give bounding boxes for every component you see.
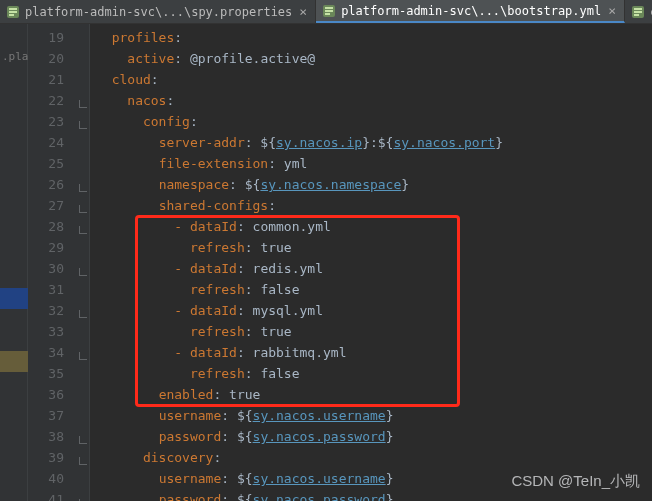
fold-marker[interactable]: [79, 268, 87, 276]
code-line[interactable]: refresh: false: [90, 279, 652, 300]
code-line[interactable]: password: ${sy.nacos.password}: [90, 489, 652, 501]
fold-marker[interactable]: [79, 352, 87, 360]
code-line[interactable]: enabled: true: [90, 384, 652, 405]
line-number: 26: [28, 174, 64, 195]
left-gutter: .platf: [0, 24, 28, 501]
code-line[interactable]: shared-configs:: [90, 195, 652, 216]
svg-rect-11: [634, 14, 639, 16]
close-icon[interactable]: ×: [606, 3, 618, 18]
line-number: 25: [28, 153, 64, 174]
code-line[interactable]: refresh: true: [90, 321, 652, 342]
line-number: 21: [28, 69, 64, 90]
svg-rect-2: [9, 11, 17, 13]
fold-marker[interactable]: [79, 100, 87, 108]
svg-rect-9: [634, 8, 642, 10]
code-line[interactable]: active: @profile.active@: [90, 48, 652, 69]
line-number: 33: [28, 321, 64, 342]
svg-rect-7: [325, 13, 330, 15]
line-number: 31: [28, 279, 64, 300]
line-number: 29: [28, 237, 64, 258]
fold-marker[interactable]: [79, 226, 87, 234]
svg-rect-3: [9, 14, 14, 16]
fold-marker[interactable]: [79, 436, 87, 444]
code-line[interactable]: refresh: false: [90, 363, 652, 384]
line-number: 28: [28, 216, 64, 237]
fold-marker[interactable]: [79, 205, 87, 213]
line-number: 35: [28, 363, 64, 384]
fold-column[interactable]: [76, 24, 90, 501]
line-number: 19: [28, 27, 64, 48]
code-line[interactable]: - dataId: rabbitmq.yml: [90, 342, 652, 363]
line-number: 32: [28, 300, 64, 321]
code-line[interactable]: profiles:: [90, 27, 652, 48]
code-line[interactable]: cloud:: [90, 69, 652, 90]
fold-marker[interactable]: [79, 457, 87, 465]
code-line[interactable]: namespace: ${sy.nacos.namespace}: [90, 174, 652, 195]
code-line[interactable]: - dataId: redis.yml: [90, 258, 652, 279]
code-line[interactable]: server-addr: ${sy.nacos.ip}:${sy.nacos.p…: [90, 132, 652, 153]
editor-tabs: platform-admin-svc\...\spy.properties×pl…: [0, 0, 652, 24]
close-icon[interactable]: ×: [297, 4, 309, 19]
svg-rect-1: [9, 8, 17, 10]
code-line[interactable]: - dataId: common.yml: [90, 216, 652, 237]
code-line[interactable]: discovery:: [90, 447, 652, 468]
svg-rect-6: [325, 10, 333, 12]
code-line[interactable]: config:: [90, 111, 652, 132]
code-line[interactable]: nacos:: [90, 90, 652, 111]
file-icon: [322, 4, 336, 18]
code-line[interactable]: file-extension: yml: [90, 153, 652, 174]
code-line[interactable]: password: ${sy.nacos.password}: [90, 426, 652, 447]
code-line[interactable]: refresh: true: [90, 237, 652, 258]
tab-label: platform-admin-svc\...\bootstrap.yml: [341, 4, 601, 18]
fold-marker[interactable]: [79, 121, 87, 129]
line-number: 23: [28, 111, 64, 132]
line-number: 37: [28, 405, 64, 426]
line-number: 20: [28, 48, 64, 69]
line-number: 27: [28, 195, 64, 216]
code-line[interactable]: - dataId: mysql.yml: [90, 300, 652, 321]
fold-marker[interactable]: [79, 184, 87, 192]
line-number: 22: [28, 90, 64, 111]
line-number: 34: [28, 342, 64, 363]
line-number: 40: [28, 468, 64, 489]
fold-marker[interactable]: [79, 310, 87, 318]
tab-0[interactable]: platform-admin-svc\...\spy.properties×: [0, 0, 316, 23]
line-numbers: 1920212223242526272829303132333435363738…: [28, 24, 76, 501]
line-highlight: [0, 288, 28, 309]
line-number: 36: [28, 384, 64, 405]
file-icon: [6, 5, 20, 19]
line-number: 38: [28, 426, 64, 447]
file-icon: [631, 5, 645, 19]
line-number: 41: [28, 489, 64, 501]
tab-1[interactable]: platform-admin-svc\...\bootstrap.yml×: [316, 0, 625, 23]
tab-2[interactable]: config-qas: [625, 0, 652, 23]
svg-rect-10: [634, 11, 642, 13]
svg-rect-5: [325, 7, 333, 9]
line-number: 30: [28, 258, 64, 279]
editor-area: .platf 192021222324252627282930313233343…: [0, 24, 652, 501]
line-number: 24: [28, 132, 64, 153]
code-content[interactable]: profiles: active: @profile.active@ cloud…: [90, 24, 652, 501]
code-line[interactable]: username: ${sy.nacos.username}: [90, 468, 652, 489]
code-line[interactable]: username: ${sy.nacos.username}: [90, 405, 652, 426]
tab-label: platform-admin-svc\...\spy.properties: [25, 5, 292, 19]
line-number: 39: [28, 447, 64, 468]
vcs-marker: [0, 351, 28, 372]
